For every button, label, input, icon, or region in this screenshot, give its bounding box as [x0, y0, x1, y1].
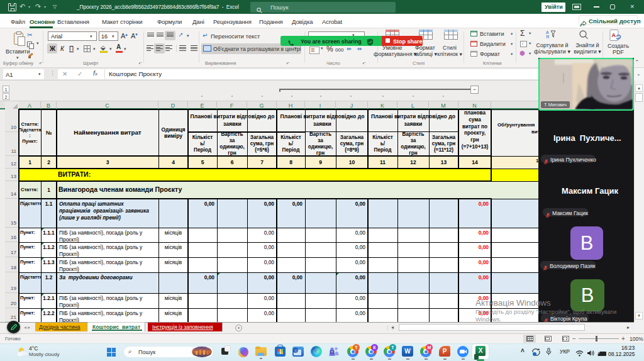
svg-text:Я: Я	[546, 35, 549, 39]
svg-text:A: A	[612, 32, 616, 38]
svg-text:А: А	[546, 30, 549, 35]
